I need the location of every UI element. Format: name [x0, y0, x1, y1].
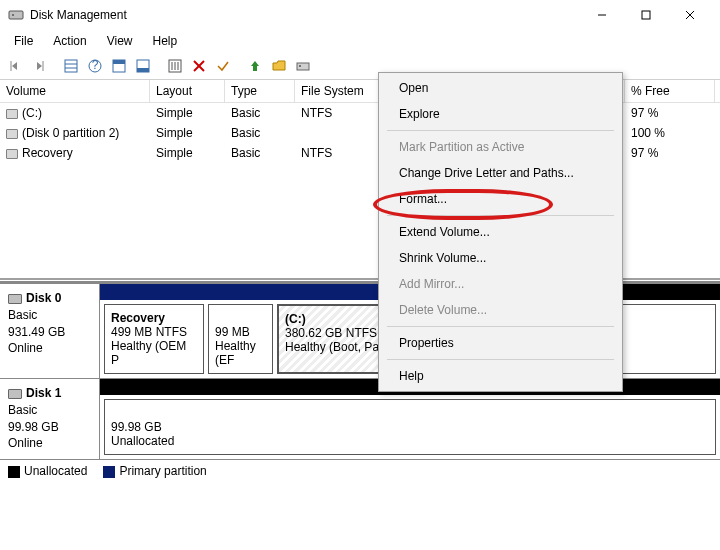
col-layout[interactable]: Layout	[150, 80, 225, 102]
ctx-shrink-volume[interactable]: Shrink Volume...	[381, 245, 620, 271]
legend-swatch-unallocated	[8, 466, 20, 478]
vol-name: (C:)	[22, 106, 42, 120]
ctx-properties[interactable]: Properties	[381, 330, 620, 356]
partition-box[interactable]: Recovery 499 MB NTFS Healthy (OEM P	[104, 304, 204, 374]
svg-text:?: ?	[92, 58, 99, 72]
disk-status: Online	[8, 340, 91, 357]
vol-pctfree: 97 %	[625, 104, 715, 122]
disk-size: 931.49 GB	[8, 324, 91, 341]
part-health: Unallocated	[111, 434, 709, 448]
part-size: 99 MB	[215, 325, 266, 339]
forward-icon[interactable]	[28, 55, 50, 77]
ctx-delete-volume: Delete Volume...	[381, 297, 620, 323]
menu-action[interactable]: Action	[43, 32, 96, 50]
help-icon[interactable]: ?	[84, 55, 106, 77]
vol-pctfree: 100 %	[625, 124, 715, 142]
context-menu: Open Explore Mark Partition as Active Ch…	[378, 72, 623, 392]
drive-icon[interactable]	[292, 55, 314, 77]
menubar: File Action View Help	[0, 30, 720, 52]
legend: Unallocated Primary partition	[0, 460, 720, 482]
disk-icon	[8, 294, 22, 304]
vol-fs: NTFS	[295, 144, 385, 162]
legend-swatch-primary	[103, 466, 115, 478]
vol-name: (Disk 0 partition 2)	[22, 126, 119, 140]
col-pctfree[interactable]: % Free	[625, 80, 715, 102]
settings-icon[interactable]	[164, 55, 186, 77]
menu-file[interactable]: File	[4, 32, 43, 50]
svg-rect-3	[642, 11, 650, 19]
legend-primary: Primary partition	[119, 464, 206, 478]
folder-icon[interactable]	[268, 55, 290, 77]
col-filesystem[interactable]: File System	[295, 80, 385, 102]
disk-type: Basic	[8, 307, 91, 324]
vol-layout: Simple	[150, 104, 225, 122]
col-type[interactable]: Type	[225, 80, 295, 102]
app-icon	[8, 7, 24, 23]
vol-fs	[295, 124, 385, 142]
ctx-mark-active: Mark Partition as Active	[381, 134, 620, 160]
ctx-change-letter[interactable]: Change Drive Letter and Paths...	[381, 160, 620, 186]
disk-info[interactable]: Disk 0 Basic 931.49 GB Online	[0, 284, 100, 378]
delete-x-icon[interactable]	[188, 55, 210, 77]
vol-fs: NTFS	[295, 104, 385, 122]
vol-type: Basic	[225, 144, 295, 162]
ctx-open[interactable]: Open	[381, 75, 620, 101]
ctx-help[interactable]: Help	[381, 363, 620, 389]
ctx-explore[interactable]: Explore	[381, 101, 620, 127]
disk-name: Disk 0	[26, 291, 61, 305]
vol-type: Basic	[225, 104, 295, 122]
ctx-format[interactable]: Format...	[381, 186, 620, 212]
svg-rect-23	[297, 63, 309, 70]
legend-unallocated: Unallocated	[24, 464, 87, 478]
window-title: Disk Management	[30, 8, 580, 22]
vol-type: Basic	[225, 124, 295, 142]
svg-point-24	[299, 65, 301, 67]
partition-box[interactable]: 99 MB Healthy (EF	[208, 304, 273, 374]
svg-rect-0	[9, 11, 23, 19]
col-volume[interactable]: Volume	[0, 80, 150, 102]
grid-bottom-icon[interactable]	[132, 55, 154, 77]
vol-layout: Simple	[150, 144, 225, 162]
titlebar: Disk Management	[0, 0, 720, 30]
ctx-add-mirror: Add Mirror...	[381, 271, 620, 297]
drive-small-icon	[6, 129, 18, 139]
disk-size: 99.98 GB	[8, 419, 91, 436]
part-name: Recovery	[111, 311, 197, 325]
disk-type: Basic	[8, 402, 91, 419]
part-health: Healthy (EF	[215, 339, 266, 367]
part-size: 99.98 GB	[111, 420, 709, 434]
part-health: Healthy (OEM P	[111, 339, 197, 367]
drive-small-icon	[6, 149, 18, 159]
minimize-button[interactable]	[580, 1, 624, 29]
menu-help[interactable]: Help	[143, 32, 188, 50]
drive-small-icon	[6, 109, 18, 119]
check-icon[interactable]	[212, 55, 234, 77]
grid-top-icon[interactable]	[108, 55, 130, 77]
svg-rect-8	[65, 60, 77, 72]
svg-rect-14	[113, 60, 125, 64]
vol-layout: Simple	[150, 124, 225, 142]
menu-view[interactable]: View	[97, 32, 143, 50]
vol-name: Recovery	[22, 146, 73, 160]
svg-point-1	[12, 14, 14, 16]
disk-info[interactable]: Disk 1 Basic 99.98 GB Online	[0, 379, 100, 459]
part-size: 499 MB NTFS	[111, 325, 197, 339]
vol-pctfree: 97 %	[625, 144, 715, 162]
view-list-icon[interactable]	[60, 55, 82, 77]
svg-rect-16	[137, 68, 149, 72]
partition-box-unallocated[interactable]: 99.98 GB Unallocated	[104, 399, 716, 455]
disk-status: Online	[8, 435, 91, 452]
disk-icon	[8, 389, 22, 399]
maximize-button[interactable]	[624, 1, 668, 29]
disk-name: Disk 1	[26, 386, 61, 400]
up-arrow-icon[interactable]	[244, 55, 266, 77]
ctx-extend-volume[interactable]: Extend Volume...	[381, 219, 620, 245]
back-icon[interactable]	[4, 55, 26, 77]
close-button[interactable]	[668, 1, 712, 29]
